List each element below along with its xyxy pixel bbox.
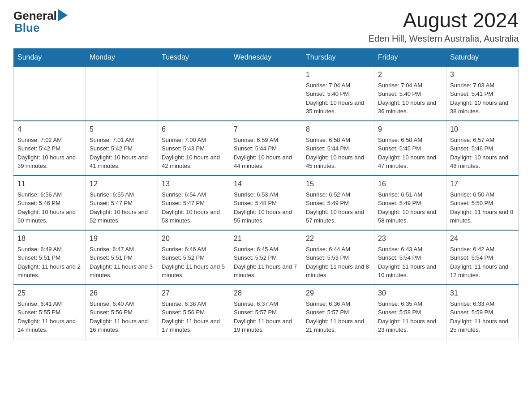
day-number: 26 [90, 288, 154, 299]
calendar-cell: 6Sunrise: 7:00 AMSunset: 5:43 PMDaylight… [158, 121, 230, 176]
calendar-cell: 12Sunrise: 6:55 AMSunset: 5:47 PMDayligh… [86, 176, 158, 230]
day-number: 31 [450, 288, 515, 299]
sunset-text: Sunset: 5:56 PM [162, 308, 226, 317]
sunrise-text: Sunrise: 6:57 AM [450, 136, 515, 145]
calendar-cell: 22Sunrise: 6:44 AMSunset: 5:53 PMDayligh… [302, 230, 374, 285]
daylight-text: Daylight: 11 hours and 8 minutes. [306, 262, 370, 280]
daylight-text: Daylight: 11 hours and 5 minutes. [162, 262, 226, 280]
calendar-cell: 27Sunrise: 6:38 AMSunset: 5:56 PMDayligh… [158, 285, 230, 339]
month-year-title: August 2024 [369, 9, 519, 32]
calendar-cell: 16Sunrise: 6:51 AMSunset: 5:49 PMDayligh… [374, 176, 446, 230]
day-number: 7 [234, 124, 298, 135]
sunrise-text: Sunrise: 6:59 AM [234, 136, 298, 145]
sunset-text: Sunset: 5:44 PM [306, 144, 370, 153]
daylight-text: Daylight: 10 hours and 50 minutes. [17, 208, 82, 225]
sunrise-text: Sunrise: 7:01 AM [90, 136, 154, 145]
logo-arrow-icon [58, 11, 68, 21]
sunset-text: Sunset: 5:42 PM [17, 144, 82, 153]
day-number: 16 [378, 179, 442, 189]
sunset-text: Sunset: 5:57 PM [234, 308, 298, 317]
day-number: 5 [90, 124, 154, 135]
sunset-text: Sunset: 5:49 PM [306, 199, 370, 208]
calendar-cell: 28Sunrise: 6:37 AMSunset: 5:57 PMDayligh… [230, 285, 302, 339]
daylight-text: Daylight: 11 hours and 14 minutes. [17, 317, 82, 334]
day-number: 18 [17, 233, 82, 244]
sunrise-text: Sunrise: 6:36 AM [306, 300, 370, 308]
sunrise-text: Sunrise: 6:37 AM [234, 300, 298, 308]
calendar-cell: 26Sunrise: 6:40 AMSunset: 5:56 PMDayligh… [86, 285, 158, 339]
sunrise-text: Sunrise: 6:38 AM [162, 300, 226, 308]
sunrise-text: Sunrise: 6:45 AM [234, 245, 298, 254]
sunrise-text: Sunrise: 6:56 AM [17, 190, 82, 199]
day-number: 9 [378, 124, 442, 135]
day-number: 17 [450, 179, 515, 189]
calendar-cell [158, 66, 230, 121]
sunrise-text: Sunrise: 6:58 AM [306, 136, 370, 145]
day-number: 13 [162, 179, 226, 189]
calendar-cell: 3Sunrise: 7:03 AMSunset: 5:41 PMDaylight… [446, 66, 519, 121]
logo: General Blue [13, 9, 68, 35]
calendar-cell: 13Sunrise: 6:54 AMSunset: 5:47 PMDayligh… [158, 176, 230, 230]
daylight-text: Daylight: 10 hours and 41 minutes. [90, 153, 154, 171]
sunset-text: Sunset: 5:50 PM [450, 199, 515, 208]
calendar-cell: 21Sunrise: 6:45 AMSunset: 5:52 PMDayligh… [230, 230, 302, 285]
sunset-text: Sunset: 5:51 PM [90, 253, 154, 262]
sunset-text: Sunset: 5:56 PM [90, 308, 154, 317]
sunset-text: Sunset: 5:54 PM [378, 253, 442, 262]
sunrise-text: Sunrise: 6:51 AM [378, 190, 442, 199]
sunrise-text: Sunrise: 6:35 AM [378, 300, 442, 308]
day-number: 3 [450, 69, 515, 80]
daylight-text: Daylight: 11 hours and 10 minutes. [378, 262, 442, 280]
daylight-text: Daylight: 10 hours and 52 minutes. [90, 208, 154, 225]
calendar-cell: 23Sunrise: 6:43 AMSunset: 5:54 PMDayligh… [374, 230, 446, 285]
daylight-text: Daylight: 11 hours and 0 minutes. [450, 208, 515, 225]
sunset-text: Sunset: 5:57 PM [306, 308, 370, 317]
day-number: 21 [234, 233, 298, 244]
sunset-text: Sunset: 5:54 PM [450, 253, 515, 262]
sunset-text: Sunset: 5:55 PM [17, 308, 82, 317]
sunset-text: Sunset: 5:42 PM [90, 144, 154, 153]
sunset-text: Sunset: 5:53 PM [306, 253, 370, 262]
daylight-text: Daylight: 10 hours and 57 minutes. [306, 208, 370, 225]
calendar-cell: 8Sunrise: 6:58 AMSunset: 5:44 PMDaylight… [302, 121, 374, 176]
calendar-week-row: 25Sunrise: 6:41 AMSunset: 5:55 PMDayligh… [14, 285, 519, 339]
calendar-cell: 10Sunrise: 6:57 AMSunset: 5:46 PMDayligh… [446, 121, 519, 176]
calendar-cell: 19Sunrise: 6:47 AMSunset: 5:51 PMDayligh… [86, 230, 158, 285]
sunset-text: Sunset: 5:44 PM [234, 144, 298, 153]
day-number: 6 [162, 124, 226, 135]
col-wednesday: Wednesday [230, 48, 302, 66]
calendar-cell [86, 66, 158, 121]
calendar-cell: 11Sunrise: 6:56 AMSunset: 5:46 PMDayligh… [14, 176, 86, 230]
daylight-text: Daylight: 11 hours and 7 minutes. [234, 262, 298, 280]
day-number: 30 [378, 288, 442, 299]
sunrise-text: Sunrise: 6:33 AM [450, 300, 515, 308]
calendar-cell: 1Sunrise: 7:04 AMSunset: 5:40 PMDaylight… [302, 66, 374, 121]
sunset-text: Sunset: 5:58 PM [378, 308, 442, 317]
day-number: 12 [90, 179, 154, 189]
daylight-text: Daylight: 11 hours and 17 minutes. [162, 317, 226, 334]
day-number: 28 [234, 288, 298, 299]
daylight-text: Daylight: 10 hours and 42 minutes. [162, 153, 226, 171]
sunset-text: Sunset: 5:45 PM [378, 144, 442, 153]
calendar-cell [14, 66, 86, 121]
daylight-text: Daylight: 11 hours and 12 minutes. [450, 262, 515, 280]
day-number: 24 [450, 233, 515, 244]
sunset-text: Sunset: 5:47 PM [162, 199, 226, 208]
daylight-text: Daylight: 11 hours and 23 minutes. [378, 317, 442, 334]
calendar-cell: 5Sunrise: 7:01 AMSunset: 5:42 PMDaylight… [86, 121, 158, 176]
calendar-cell: 18Sunrise: 6:49 AMSunset: 5:51 PMDayligh… [14, 230, 86, 285]
sunrise-text: Sunrise: 6:42 AM [450, 245, 515, 254]
calendar-week-row: 11Sunrise: 6:56 AMSunset: 5:46 PMDayligh… [14, 176, 519, 230]
day-number: 1 [306, 69, 370, 80]
sunset-text: Sunset: 5:40 PM [378, 90, 442, 98]
daylight-text: Daylight: 10 hours and 55 minutes. [234, 208, 298, 225]
sunset-text: Sunset: 5:47 PM [90, 199, 154, 208]
day-number: 20 [162, 233, 226, 244]
daylight-text: Daylight: 11 hours and 19 minutes. [234, 317, 298, 334]
daylight-text: Daylight: 10 hours and 39 minutes. [17, 153, 82, 171]
daylight-text: Daylight: 10 hours and 35 minutes. [306, 98, 370, 116]
sunrise-text: Sunrise: 6:46 AM [162, 245, 226, 254]
daylight-text: Daylight: 11 hours and 25 minutes. [450, 317, 515, 334]
calendar-cell: 17Sunrise: 6:50 AMSunset: 5:50 PMDayligh… [446, 176, 519, 230]
sunrise-text: Sunrise: 6:55 AM [90, 190, 154, 199]
